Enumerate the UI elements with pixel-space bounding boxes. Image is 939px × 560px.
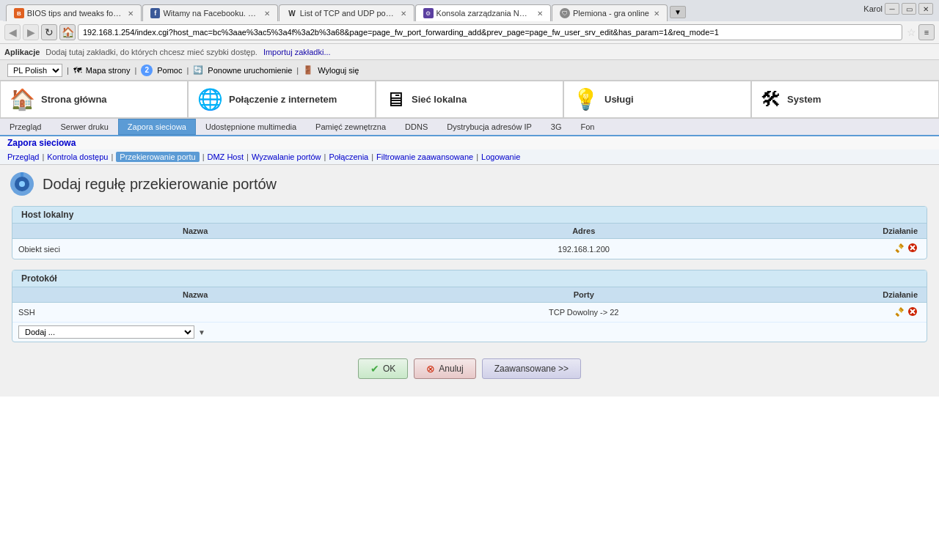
home-icon: 🏠 (10, 87, 35, 111)
tab-game-close[interactable]: ✕ (654, 10, 660, 18)
bookmarks-prompt: Dodaj tutaj zakładki, do których chcesz … (45, 48, 257, 56)
tab-fb[interactable]: f Witamy na Facebooku. Za... ✕ (142, 4, 278, 21)
subnav-dystrybucja[interactable]: Dystrybucja adresów IP (437, 119, 541, 135)
tab-game-label: Plemiona - gra online (573, 9, 649, 18)
reload-button[interactable]: ↻ (41, 24, 57, 40)
host-action-col: Działanie (789, 224, 927, 239)
sitemap-link[interactable]: Mapa strony (86, 66, 131, 75)
tab-konsola[interactable]: ⚙ Konsola zarządzania NET... ✕ (415, 4, 551, 21)
lang-selector[interactable]: PL Polish (7, 64, 62, 77)
nav-lan-label: Sieć lokalna (412, 94, 467, 105)
close-button[interactable]: ✕ (918, 3, 933, 15)
fw-nav-dmz[interactable]: DMZ Host (208, 152, 244, 161)
tab-wiki-close[interactable]: ✕ (401, 10, 406, 18)
bookmarks-import-link[interactable]: Importuj zakładki... (263, 48, 331, 56)
back-button[interactable]: ◀ (4, 24, 21, 40)
bookmark-star-icon[interactable]: ☆ (907, 26, 916, 38)
address-input[interactable] (78, 24, 902, 40)
tab-fb-close[interactable]: ✕ (264, 10, 270, 18)
tab-wiki-label: List of TCP and UDP port... (300, 9, 396, 18)
proto-delete-icon[interactable] (907, 306, 918, 318)
nav-services[interactable]: 💡 Usługi (563, 81, 751, 118)
svg-rect-4 (895, 249, 899, 253)
nav-home[interactable]: 🏠 Strona główna (0, 81, 188, 118)
subnav-fon[interactable]: Fon (571, 119, 604, 135)
svg-rect-10 (895, 313, 899, 317)
maximize-button[interactable]: ▭ (902, 3, 916, 15)
user-label: Karol (863, 4, 883, 13)
host-address-col: Adres (378, 224, 789, 239)
internet-icon: 🌐 (197, 87, 223, 111)
cancel-button[interactable]: ⊗ Anuluj (414, 358, 475, 379)
proto-name-col: Nazwa (12, 287, 378, 303)
tab-bios-label: BIOS tips and tweaks for ... (27, 9, 123, 18)
forward-button[interactable]: ▶ (23, 24, 39, 40)
fw-nav-przekierowanie[interactable]: Przekierowanie portu (116, 152, 199, 162)
chrome-menu-button[interactable]: ≡ (918, 24, 935, 40)
wiki-favicon: W (287, 8, 297, 18)
tab-more[interactable]: ▼ (670, 6, 686, 18)
host-name-cell: Obiekt sieci (12, 239, 378, 259)
cancel-label: Anuluj (439, 364, 463, 374)
help-link[interactable]: Pomoc (157, 66, 182, 75)
ok-button[interactable]: ✔ OK (358, 358, 408, 379)
host-address-cell: 192.168.1.200 (378, 239, 789, 259)
minimize-button[interactable]: ─ (885, 3, 899, 15)
add-protocol-select[interactable]: Dodaj ... (18, 325, 194, 339)
subnav-serwer[interactable]: Serwer druku (51, 119, 117, 135)
game-favicon: 🛡 (560, 8, 570, 18)
fw-nav-kontrola[interactable]: Kontrola dostępu (47, 152, 108, 161)
tab-bios[interactable]: B BIOS tips and tweaks for ... ✕ (6, 4, 142, 21)
nav-services-label: Usługi (604, 94, 634, 105)
restart-icon: 🔄 (193, 65, 203, 75)
logout-link[interactable]: Wyloguj się (318, 66, 359, 75)
nav-internet[interactable]: 🌐 Połączenie z internetem (188, 81, 376, 118)
fw-nav-filtrowanie[interactable]: Filtrowanie zaawansowane (376, 152, 473, 161)
proto-ports-col: Porty (378, 287, 789, 303)
proto-row: SSH TCP Dowolny -> 22 (12, 303, 927, 323)
protocol-header: Protokół (12, 270, 927, 287)
nav-system[interactable]: 🛠 System (751, 81, 939, 118)
fw-nav-wyzwalanie[interactable]: Wyzwalanie portów (252, 152, 321, 161)
page-title: Dodaj regułę przekierowanie portów (43, 176, 277, 193)
restart-link[interactable]: Ponowne uruchomienie (208, 66, 292, 75)
advanced-label: Zaawansowane >> (494, 364, 569, 374)
fw-nav-polaczenia[interactable]: Połączenia (329, 152, 368, 161)
svg-point-2 (19, 181, 25, 187)
advanced-button[interactable]: Zaawansowane >> (482, 358, 581, 379)
ok-icon: ✔ (370, 363, 379, 375)
page-icon (7, 169, 37, 199)
tab-konsola-close[interactable]: ✕ (537, 10, 543, 18)
subnav-multimedia[interactable]: Udostępnione multimedia (196, 119, 306, 135)
subnav-pamiec[interactable]: Pamięć zewnętrzna (306, 119, 395, 135)
protocol-section: Protokół Nazwa Porty Działanie (12, 270, 927, 342)
subnav-zapora[interactable]: Zapora sieciowa (118, 119, 196, 135)
nav-home-label: Strona główna (41, 94, 107, 105)
proto-edit-icon[interactable] (895, 306, 905, 318)
host-delete-icon[interactable] (907, 243, 918, 255)
svg-rect-3 (21, 172, 23, 177)
tab-fb-label: Witamy na Facebooku. Za... (163, 9, 260, 18)
host-edit-icon[interactable] (895, 243, 905, 255)
tab-bios-close[interactable]: ✕ (128, 10, 134, 18)
subnav-ddns[interactable]: DDNS (395, 119, 437, 135)
host-name-col: Nazwa (12, 224, 378, 239)
proto-name-cell: SSH (12, 303, 378, 323)
subnav-3g[interactable]: 3G (541, 119, 571, 135)
fw-nav-logowanie[interactable]: Logowanie (481, 152, 520, 161)
nav-lan[interactable]: 🖥 Sieć lokalna (376, 81, 563, 118)
host-row: Obiekt sieci 192.168.1.200 (12, 239, 927, 259)
add-select-arrow-icon: ▼ (198, 328, 205, 336)
home-nav-button[interactable]: 🏠 (59, 24, 76, 40)
bios-favicon: B (14, 8, 24, 18)
tab-konsola-label: Konsola zarządzania NET... (436, 9, 533, 18)
help-count-badge: 2 (141, 65, 153, 76)
tab-game[interactable]: 🛡 Plemiona - gra online ✕ (552, 4, 668, 21)
host-lokalny-section: Host lokalny Nazwa Adres Działanie (12, 206, 927, 259)
tab-wiki[interactable]: W List of TCP and UDP port... ✕ (279, 4, 414, 21)
subnav-przeglad[interactable]: Przegląd (0, 119, 51, 135)
nav-internet-label: Połączenie z internetem (229, 94, 337, 105)
proto-ports-cell: TCP Dowolny -> 22 (378, 303, 789, 323)
fw-nav-przeglad[interactable]: Przegląd (7, 152, 39, 161)
breadcrumb[interactable]: Zapora sieciowa (0, 136, 939, 150)
